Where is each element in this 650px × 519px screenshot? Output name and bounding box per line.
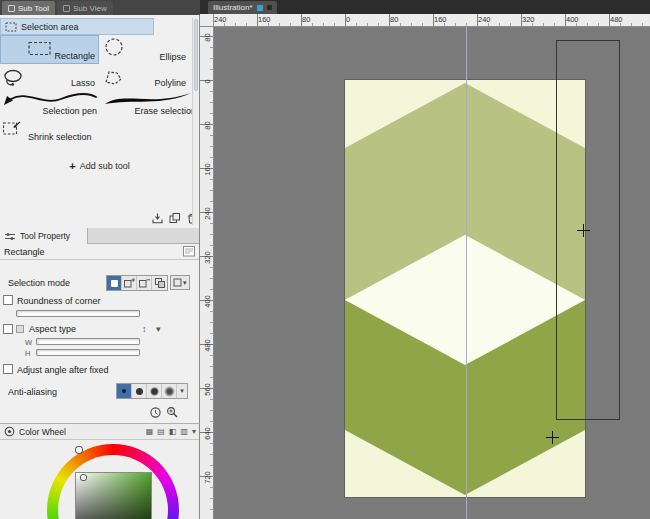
plus-icon: + xyxy=(69,161,75,171)
top-ruler-label: 480 xyxy=(610,15,623,24)
tool-item-shrink-selection[interactable]: Shrink selection xyxy=(0,119,130,145)
crosshair-cursor-secondary xyxy=(546,431,559,444)
restore-default-button[interactable] xyxy=(148,405,162,419)
document-tab[interactable]: Illustration* xyxy=(208,1,277,14)
antialias-label: Anti-aliasing xyxy=(8,387,57,397)
antialias-strong-button[interactable] xyxy=(162,384,177,398)
tab-sub-tool-label: Sub Tool xyxy=(18,4,49,13)
tool-item-lasso[interactable]: Lasso xyxy=(0,66,99,92)
sub-tool-icon xyxy=(8,5,15,12)
tool-item-erase-selection[interactable]: Erase selection xyxy=(100,90,198,118)
antialias-none-button[interactable] xyxy=(117,384,132,398)
color-set-icon[interactable]: ▦ xyxy=(146,427,154,437)
copy-icon xyxy=(168,212,181,225)
tab-sub-view[interactable]: Sub View xyxy=(57,1,113,15)
tool-label-selection-pen: Selection pen xyxy=(42,106,97,116)
top-ruler-label: 0 xyxy=(346,15,350,24)
duplicate-sub-tool-button[interactable] xyxy=(167,211,181,225)
color-wheel-title: Color Wheel xyxy=(19,427,66,437)
left-ruler-label: 0 xyxy=(203,74,212,90)
left-ruler-label: 240 xyxy=(203,206,212,222)
sub-tool-scrollbar[interactable] xyxy=(192,18,199,225)
top-ruler-label: 240 xyxy=(478,15,491,24)
canvas-pane: Illustration* 24016080080160240320400480… xyxy=(200,0,650,519)
document-tab-title: Illustration* xyxy=(213,3,253,12)
sub-view-icon xyxy=(63,5,70,12)
selection-mode-label: Selection mode xyxy=(8,278,70,288)
aspect-fix-icon[interactable] xyxy=(16,325,24,333)
color-grid-icon[interactable]: ◧ xyxy=(169,427,177,437)
width-slider[interactable] xyxy=(36,338,140,345)
color-wheel-panel: Color Wheel ▦ ▤ ◧ ▥ ▾ xyxy=(0,423,200,519)
width-label: W xyxy=(25,338,32,347)
roundness-label: Roundness of corner xyxy=(17,296,101,306)
tool-item-ellipse[interactable]: Ellipse xyxy=(100,35,198,64)
adjust-angle-label: Adjust angle after fixed xyxy=(17,365,109,375)
tool-label-rectangle: Rectangle xyxy=(54,51,95,61)
top-ruler-label: 160 xyxy=(258,15,271,24)
aspect-dropdown-icon[interactable]: ▾ xyxy=(156,325,161,334)
color-mixer-icon[interactable]: ▥ xyxy=(180,427,188,437)
tab-close-icon[interactable] xyxy=(267,5,272,10)
current-tool-name: Rectangle xyxy=(4,247,45,257)
divider xyxy=(0,259,199,260)
roundness-slider[interactable] xyxy=(16,310,140,317)
mode-subtract-button[interactable] xyxy=(137,276,152,290)
selection-mode-dropdown[interactable]: ▾ xyxy=(170,275,190,290)
mode-new-button[interactable] xyxy=(107,276,122,290)
mode-intersect-button[interactable] xyxy=(152,276,167,290)
top-ruler: 24016080080160240320400480 xyxy=(214,14,650,27)
crosshair-cursor xyxy=(577,224,590,237)
color-wheel-icon xyxy=(4,426,15,437)
scrollbar-thumb[interactable] xyxy=(194,19,198,91)
antialias-dropdown[interactable]: ▾ xyxy=(177,384,187,398)
left-ruler-label: 720 xyxy=(203,470,212,486)
left-ruler-label: 480 xyxy=(203,338,212,354)
tool-item-polyline[interactable]: Polyline xyxy=(100,66,198,92)
tool-label-lasso: Lasso xyxy=(71,78,95,88)
group-label: Selection area xyxy=(21,22,79,32)
tool-item-rectangle[interactable]: Rectangle xyxy=(0,35,99,64)
tool-property-title: Tool Property xyxy=(20,231,70,241)
height-slider[interactable] xyxy=(36,349,140,356)
adjust-angle-checkbox[interactable] xyxy=(3,364,13,374)
saturation-value-square[interactable] xyxy=(75,472,152,519)
tool-item-selection-pen[interactable]: Selection pen xyxy=(0,90,99,118)
dashed-rectangle-icon xyxy=(27,40,53,57)
top-ruler-label: 160 xyxy=(434,15,447,24)
show-all-settings-button[interactable] xyxy=(165,405,179,419)
aa-none-icon xyxy=(122,389,126,393)
aspect-label: Aspect type xyxy=(29,324,76,334)
aspect-swap-icon[interactable]: ↕ xyxy=(142,325,147,334)
left-ruler-label: 160 xyxy=(203,162,212,178)
tool-property-header: Tool Property xyxy=(0,228,199,244)
canvas-viewport[interactable] xyxy=(214,27,650,519)
top-ruler-label: 240 xyxy=(214,15,227,24)
import-sub-tool-button[interactable] xyxy=(150,211,164,225)
chevron-down-icon: ▾ xyxy=(183,279,187,287)
ruler-corner xyxy=(200,14,214,27)
antialias-medium-button[interactable] xyxy=(147,384,162,398)
color-slider-icon[interactable]: ▤ xyxy=(157,427,165,437)
selection-pen-icon xyxy=(1,90,98,107)
tab-status-icon xyxy=(257,5,263,11)
tab-sub-tool[interactable]: Sub Tool xyxy=(2,1,55,15)
color-indicator xyxy=(81,475,86,480)
tool-property-icon xyxy=(4,232,16,241)
collapse-icon[interactable]: ▾ xyxy=(192,427,196,437)
left-ruler-label: 320 xyxy=(203,250,212,266)
left-ruler-label: 640 xyxy=(203,426,212,442)
panel-menu-icon[interactable] xyxy=(183,246,195,257)
antialias-weak-button[interactable] xyxy=(132,384,147,398)
tool-label-polyline: Polyline xyxy=(154,78,186,88)
tool-property-tab[interactable]: Tool Property xyxy=(0,228,88,244)
left-ruler-label: 400 xyxy=(203,294,212,310)
sub-tool-footer-icons xyxy=(150,211,198,225)
mode-add-button[interactable] xyxy=(122,276,137,290)
left-ruler-label: 560 xyxy=(203,382,212,398)
roundness-checkbox[interactable] xyxy=(3,295,13,305)
aspect-checkbox[interactable] xyxy=(3,324,13,334)
tool-group-selection-area[interactable]: Selection area xyxy=(0,18,154,35)
add-sub-tool-button[interactable]: + Add sub tool xyxy=(0,161,199,171)
mode-add-icon xyxy=(123,277,135,289)
